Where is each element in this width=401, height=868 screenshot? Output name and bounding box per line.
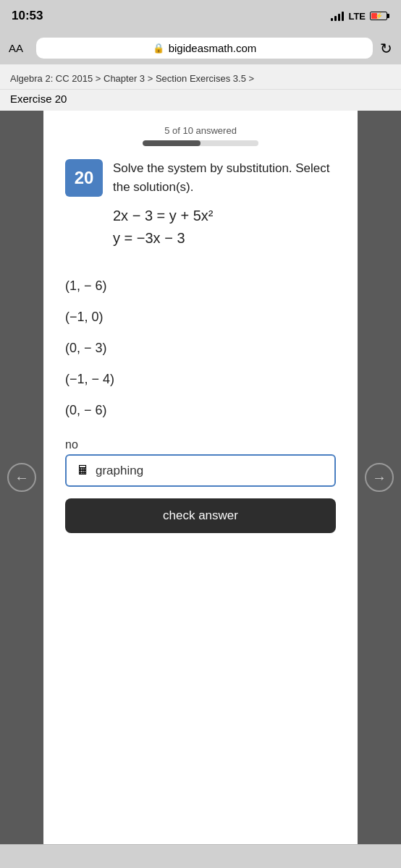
browser-forward-button[interactable]: > <box>109 860 130 869</box>
question-card: 5 of 10 answered 20 Solve the system by … <box>43 111 358 844</box>
question-content: Solve the system by substitution. Select… <box>113 159 336 258</box>
url-bar[interactable]: 🔒 bigideasmath.com <box>36 38 373 59</box>
right-panel: → <box>358 111 401 844</box>
choice-4[interactable]: (−1, − 4) <box>65 366 336 393</box>
exercise-label: Exercise 20 <box>0 90 401 111</box>
solution-input-box[interactable]: 🖩 graphing <box>65 454 336 487</box>
question-row: 20 Solve the system by substitution. Sel… <box>65 159 336 258</box>
browser-back-button[interactable]: < <box>38 860 60 869</box>
forward-nav-button[interactable]: → <box>365 463 394 492</box>
lte-label: LTE <box>348 11 366 22</box>
answer-choices: (1, − 6) (−1, 0) (0, − 3) (−1, − 4) (0, … <box>65 273 336 424</box>
aa-label[interactable]: AA <box>9 42 29 54</box>
choice-3[interactable]: (0, − 3) <box>65 335 336 362</box>
lock-icon: 🔒 <box>153 43 164 54</box>
solution-button-text: graphing <box>96 464 143 478</box>
progress-bar-track <box>143 140 258 146</box>
refresh-button[interactable]: ↻ <box>380 40 392 57</box>
problem-instruction: Solve the system by substitution. Select… <box>113 159 336 196</box>
progress-bar-fill <box>143 140 200 146</box>
solution-prefix: no <box>65 438 336 451</box>
breadcrumb-text: Algebra 2: CC 2015 > Chapter 3 > Section… <box>10 73 254 84</box>
back-nav-button[interactable]: ← <box>7 463 36 492</box>
choice-2[interactable]: (−1, 0) <box>65 304 336 331</box>
url-text: bigideasmath.com <box>169 42 257 54</box>
book-button[interactable] <box>256 861 285 869</box>
address-bar: AA 🔒 bigideasmath.com ↻ <box>0 32 401 64</box>
progress-label: 5 of 10 answered <box>164 125 237 136</box>
status-time: 10:53 <box>12 9 43 23</box>
main-area: ← 5 of 10 answered 20 Solve the system b… <box>0 111 401 844</box>
signal-bars-icon <box>331 11 344 21</box>
problem-number-badge: 20 <box>65 159 103 197</box>
status-bar: 10:53 LTE ⚡ <box>0 0 401 32</box>
bottom-toolbar: < > <box>0 844 401 868</box>
battery-icon: ⚡ <box>370 12 389 20</box>
choice-5[interactable]: (0, − 6) <box>65 397 336 424</box>
progress-section: 5 of 10 answered <box>65 125 336 146</box>
content-wrapper: ← 5 of 10 answered 20 Solve the system b… <box>0 111 401 844</box>
status-icons: LTE ⚡ <box>331 11 389 22</box>
equation-1: 2x − 3 = y + 5x² <box>113 208 336 224</box>
calculator-icon: 🖩 <box>77 463 90 478</box>
choice-1[interactable]: (1, − 6) <box>65 273 336 299</box>
solution-input-area: no 🖩 graphing <box>65 438 336 487</box>
equation-block: 2x − 3 = y + 5x² y = −3x − 3 <box>113 208 336 247</box>
equation-2: y = −3x − 3 <box>113 230 336 247</box>
tabs-button[interactable] <box>334 861 363 869</box>
check-answer-button[interactable]: check answer <box>65 498 336 533</box>
left-panel: ← <box>0 111 43 844</box>
share-button[interactable] <box>179 861 208 869</box>
breadcrumb: Algebra 2: CC 2015 > Chapter 3 > Section… <box>0 64 401 90</box>
